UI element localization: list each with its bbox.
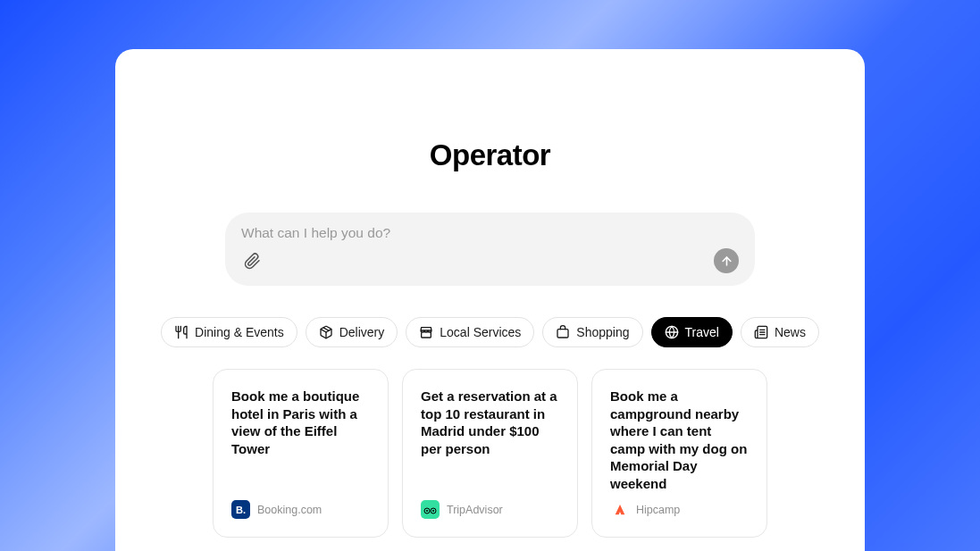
svg-point-11 (432, 510, 434, 512)
card-prompt-text: Get a reservation at a top 10 restaurant… (421, 388, 559, 457)
paperclip-icon (244, 253, 261, 270)
source-label: TripAdvisor (447, 504, 503, 516)
source-label: Booking.com (257, 504, 322, 516)
category-label: Shopping (576, 325, 629, 339)
main-app-panel: Operator Dining & Events (115, 49, 865, 551)
tripadvisor-icon (421, 500, 440, 519)
svg-rect-2 (557, 330, 568, 338)
send-button[interactable] (714, 248, 739, 273)
hipcamp-icon (610, 500, 629, 519)
package-icon (319, 325, 333, 339)
category-label: Dining & Events (195, 325, 284, 339)
prompt-input[interactable] (241, 225, 739, 241)
category-news[interactable]: News (741, 317, 819, 347)
attach-button[interactable] (241, 250, 263, 271)
category-shopping[interactable]: Shopping (542, 317, 642, 347)
utensils-icon (174, 325, 188, 339)
globe-icon (665, 325, 679, 339)
prompt-card[interactable]: Book me a boutique hotel in Paris with a… (213, 369, 389, 538)
app-title: Operator (430, 138, 550, 172)
prompt-card[interactable]: Book me a campground nearby where I can … (591, 369, 767, 538)
svg-point-10 (426, 510, 428, 512)
card-prompt-text: Book me a campground nearby where I can … (610, 388, 749, 492)
prompt-card[interactable]: Get a reservation at a top 10 restaurant… (402, 369, 578, 538)
source-label: Hipcamp (636, 504, 680, 516)
shopping-bag-icon (556, 325, 570, 339)
card-source: Hipcamp (610, 500, 749, 519)
category-label: Delivery (339, 325, 385, 339)
newspaper-icon (754, 325, 768, 339)
category-travel[interactable]: Travel (651, 317, 733, 347)
prompt-input-container[interactable] (225, 213, 755, 286)
category-delivery[interactable]: Delivery (306, 317, 398, 347)
booking-icon: B. (231, 500, 250, 519)
arrow-up-icon (720, 255, 733, 268)
prompt-cards-row: Book me a boutique hotel in Paris with a… (213, 369, 767, 538)
card-prompt-text: Book me a boutique hotel in Paris with a… (231, 388, 370, 457)
category-dining-events[interactable]: Dining & Events (161, 317, 297, 347)
card-source: B. Booking.com (231, 500, 370, 519)
category-label: Local Services (440, 325, 521, 339)
card-source: TripAdvisor (421, 500, 559, 519)
category-tabs: Dining & Events Delivery Local Services … (161, 317, 819, 347)
category-label: Travel (685, 325, 719, 339)
category-label: News (775, 325, 806, 339)
store-icon (419, 325, 433, 339)
input-actions-row (241, 248, 739, 273)
category-local-services[interactable]: Local Services (406, 317, 534, 347)
